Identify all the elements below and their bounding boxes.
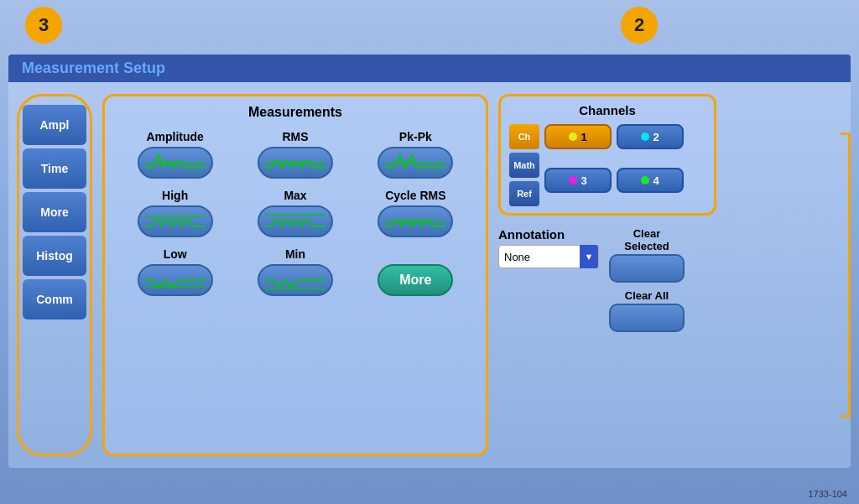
clear-selected-button[interactable] <box>609 254 685 283</box>
clear-selected-label: ClearSelected <box>624 227 669 252</box>
meas-item-more: More More <box>359 247 472 296</box>
meas-item-cyclerms: Cycle RMS <box>359 189 472 237</box>
meas-label-amplitude: Amplitude <box>146 130 203 143</box>
meas-label-rms: RMS <box>282 130 308 143</box>
meas-item-high: High <box>118 189 232 237</box>
main-container: 3 2 Measurement Setup Ampl Time More His… <box>0 0 859 504</box>
annotation-dropdown[interactable]: None ▼ <box>498 245 599 268</box>
ch-btn-3[interactable]: 3 <box>544 168 612 193</box>
ch-tab-math[interactable]: Math <box>509 153 539 178</box>
page-title: Measurement Setup <box>22 60 165 76</box>
right-panel: Channels Ch Math Ref <box>498 94 716 456</box>
meas-btn-pkpk[interactable] <box>377 147 453 179</box>
meas-btn-max[interactable] <box>258 205 333 237</box>
ch-dot-1 <box>569 132 577 141</box>
sidebar-btn-histog[interactable]: Histog <box>23 236 86 276</box>
annotation-label: Annotation <box>498 227 599 242</box>
channels-box: Channels Ch Math Ref <box>498 94 716 216</box>
meas-label-pkpk: Pk-Pk <box>399 130 432 143</box>
meas-label-low: Low <box>164 247 187 261</box>
badge-2: 2 <box>621 7 658 44</box>
more-button[interactable]: More <box>377 264 453 296</box>
meas-item-rms: RMS <box>238 130 351 179</box>
title-bar: Measurement Setup <box>8 55 851 82</box>
watermark: 1733-104 <box>809 489 848 499</box>
annotation-value: None <box>504 251 580 263</box>
clear-buttons: ClearSelected Clear All <box>609 227 685 332</box>
ch-btn-1[interactable]: 1 <box>544 124 612 149</box>
meas-label-cyclerms: Cycle RMS <box>385 189 445 202</box>
sidebar-btn-more[interactable]: More <box>23 192 86 232</box>
ch-tab-ref[interactable]: Ref <box>509 181 539 206</box>
sidebar-btn-comm[interactable]: Comm <box>23 279 86 320</box>
bracket-right <box>841 132 851 418</box>
meas-item-low: Low <box>118 247 232 296</box>
clear-all-label: Clear All <box>625 289 669 302</box>
meas-btn-cyclerms[interactable] <box>377 205 453 237</box>
sidebar-btn-ampl[interactable]: Ampl <box>23 105 86 145</box>
meas-btn-min[interactable] <box>258 264 333 296</box>
ch-dot-3 <box>569 176 577 184</box>
meas-btn-rms[interactable] <box>258 147 333 179</box>
ch-dot-2 <box>641 132 649 141</box>
content-area: Ampl Time More Histog Comm Measurements … <box>8 82 851 468</box>
ch-btn-2[interactable]: 2 <box>617 124 684 149</box>
measurements-grid: Amplitude RMS Pk-Pk <box>118 130 472 296</box>
measurements-panel: Measurements Amplitude RMS <box>102 94 488 456</box>
ch-tab-ch[interactable]: Ch <box>509 124 539 149</box>
annotation-left: Annotation None ▼ <box>498 227 599 268</box>
ch-dot-4 <box>641 176 649 184</box>
meas-label-max: Max <box>284 189 306 202</box>
channels-title: Channels <box>509 103 705 117</box>
meas-item-amplitude: Amplitude <box>118 130 232 179</box>
meas-label-high: High <box>162 189 188 202</box>
dropdown-arrow-icon[interactable]: ▼ <box>580 245 598 268</box>
meas-label-min: Min <box>285 247 305 261</box>
ch-btn-4[interactable]: 4 <box>617 168 684 193</box>
sidebar-btn-time[interactable]: Time <box>23 148 86 189</box>
measurements-title: Measurements <box>118 105 472 120</box>
clear-all-button[interactable] <box>609 304 685 332</box>
meas-item-max: Max <box>238 189 351 237</box>
meas-item-pkpk: Pk-Pk <box>359 130 472 179</box>
annotation-section: Annotation None ▼ ClearSelected Clear Al… <box>498 227 716 332</box>
meas-btn-high[interactable] <box>138 205 213 237</box>
meas-btn-low[interactable] <box>138 264 213 296</box>
badge-3: 3 <box>25 7 62 44</box>
meas-btn-amplitude[interactable] <box>138 147 213 179</box>
left-sidebar: Ampl Time More Histog Comm <box>17 94 92 456</box>
meas-item-min: Min <box>238 247 351 296</box>
